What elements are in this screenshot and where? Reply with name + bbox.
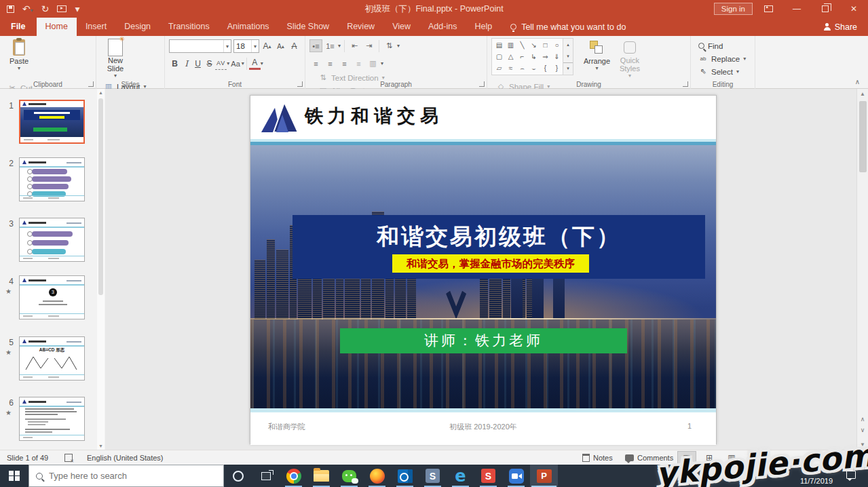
tab-home[interactable]: Home — [37, 18, 77, 36]
footer-course[interactable]: 初级班 2019-2020年 — [250, 422, 716, 432]
tell-me-box[interactable]: Tell me what you want to do — [510, 18, 626, 36]
clipboard-dialog-launcher[interactable] — [88, 81, 94, 87]
slide-brand-text[interactable]: 铁力和谐交易 — [305, 104, 443, 128]
character-spacing-button[interactable]: AV — [215, 57, 227, 70]
font-size-combo[interactable]: ▾ — [233, 39, 259, 53]
slide-thumbnail-4[interactable]: 3 — [19, 275, 85, 319]
quick-styles-button[interactable]: Quick Styles ▾ — [615, 38, 645, 79]
slide-editing-canvas[interactable]: 铁力和谐交易 — [105, 89, 856, 450]
shape-cell[interactable]: } — [551, 62, 563, 74]
ribbon-display-options-button[interactable] — [754, 0, 782, 18]
shape-cell[interactable]: ╲ — [516, 39, 528, 51]
strikethrough-button[interactable]: S — [204, 57, 215, 70]
title-box[interactable]: 和谐交易初级班（下） 和谐交易，掌握金融市场的完美秩序 — [293, 215, 705, 279]
slide-1-canvas[interactable]: 铁力和谐交易 — [250, 95, 717, 444]
shape-cell[interactable]: ≈ — [505, 62, 516, 74]
tab-add-ins[interactable]: Add-ins — [419, 18, 466, 36]
start-button[interactable] — [0, 465, 29, 487]
italic-button[interactable]: I — [181, 57, 192, 70]
arrange-button[interactable]: Arrange ▾ — [582, 38, 611, 79]
collapse-ribbon-icon[interactable]: ∧ — [855, 78, 860, 85]
select-button[interactable]: ⇖ Select ▾ — [696, 65, 748, 78]
taskbar-video-app[interactable] — [502, 465, 530, 487]
slide-thumbnail-6[interactable] — [19, 397, 85, 441]
shape-cell[interactable]: { — [540, 62, 551, 74]
tab-insert[interactable]: Insert — [77, 18, 115, 36]
start-from-beginning-icon[interactable] — [57, 5, 67, 12]
slide-thumbnail-5[interactable]: AB=CD 形态 — [19, 336, 85, 381]
redo-icon[interactable]: ↻ — [41, 4, 50, 14]
new-slide-button[interactable]: New Slide ▾ — [100, 38, 130, 79]
tab-animations[interactable]: Animations — [219, 18, 278, 36]
slide-thumbnail-1[interactable] — [19, 100, 85, 144]
tab-help[interactable]: Help — [466, 18, 501, 36]
slide-thumbnail-2[interactable] — [19, 157, 85, 201]
next-slide-icon[interactable]: ∨ — [857, 427, 868, 433]
slide-title[interactable]: 和谐交易初级班（下） — [293, 222, 705, 252]
line-spacing-button[interactable]: ⇅ — [383, 39, 396, 52]
shape-cell[interactable]: ▥ — [505, 39, 516, 51]
shape-cell[interactable]: ○ — [551, 39, 563, 51]
shape-cell[interactable]: ▢ — [493, 51, 505, 62]
increase-indent-button[interactable]: ⇥ — [362, 39, 375, 52]
decrease-indent-button[interactable]: ⇤ — [348, 39, 361, 52]
thumb-scroll-up-icon[interactable]: ▲ — [97, 90, 105, 95]
restore-button[interactable] — [811, 0, 839, 18]
shapes-more-icon[interactable]: ▾ — [563, 62, 573, 75]
footer-page-number[interactable]: 1 — [687, 422, 692, 430]
shape-cell[interactable]: ⇒ — [540, 51, 551, 62]
paragraph-dialog-launcher[interactable] — [479, 81, 485, 87]
align-left-button[interactable]: ≡ — [309, 57, 322, 70]
minimize-button[interactable]: — — [782, 0, 811, 18]
notes-button[interactable]: Notes — [582, 450, 613, 465]
language-button[interactable]: English (United States) — [87, 450, 164, 465]
slide-counter[interactable]: Slide 1 of 49 — [7, 450, 48, 465]
taskbar-file-explorer[interactable] — [307, 465, 335, 487]
sign-in-button[interactable]: Sign in — [714, 3, 753, 15]
shapes-scroll-up-icon[interactable]: ▴ — [563, 39, 573, 51]
taskbar-search[interactable] — [29, 465, 224, 487]
underline-button[interactable]: U — [192, 57, 204, 70]
scroll-up-icon[interactable]: ▲ — [857, 91, 868, 97]
taskbar-wechat[interactable] — [335, 465, 363, 487]
font-name-combo[interactable]: ▾ — [169, 39, 231, 53]
shape-cell[interactable]: ↘ — [528, 39, 540, 51]
paste-button[interactable]: Paste ▾ — [4, 38, 34, 79]
numbering-button[interactable]: 1≡ — [324, 39, 337, 52]
tab-view[interactable]: View — [383, 18, 419, 36]
font-name-input[interactable] — [170, 41, 223, 52]
shape-cell[interactable]: ↳ — [528, 51, 540, 62]
tab-file[interactable]: File — [0, 18, 37, 36]
font-color-button[interactable]: A — [249, 57, 261, 70]
font-dialog-launcher[interactable] — [297, 81, 303, 87]
columns-button[interactable]: ▥ — [366, 57, 379, 70]
search-input[interactable] — [49, 471, 216, 481]
taskbar-edge[interactable]: e — [447, 465, 474, 487]
shape-cell[interactable]: □ — [540, 39, 551, 51]
slide-subtitle[interactable]: 和谐交易，掌握金融市场的完美秩序 — [392, 254, 589, 273]
taskbar-firefox[interactable] — [363, 465, 391, 487]
save-icon[interactable] — [7, 5, 14, 13]
clear-formatting-button[interactable]: A — [288, 40, 300, 53]
bullets-button[interactable]: •≡ — [309, 39, 322, 52]
shape-cell[interactable]: ⌣ — [528, 62, 540, 74]
task-view-button[interactable] — [252, 465, 280, 487]
increase-font-size-button[interactable]: A▴ — [261, 40, 273, 53]
spell-check-button[interactable] — [64, 450, 73, 465]
shape-cell[interactable]: ▱ — [493, 62, 505, 74]
tab-review[interactable]: Review — [338, 18, 383, 36]
taskbar-app-s-red[interactable]: S — [474, 465, 502, 487]
share-button[interactable]: Share — [818, 18, 863, 36]
thumb-scrollbar-thumb[interactable] — [98, 98, 103, 295]
taskbar-chrome[interactable] — [280, 465, 307, 487]
scrollbar-thumb[interactable] — [859, 101, 867, 172]
customize-qat-icon[interactable]: ▾ — [75, 4, 79, 14]
shape-cell[interactable]: △ — [505, 51, 516, 62]
thumb-scroll-down-icon[interactable]: ▼ — [97, 444, 105, 448]
cortana-button[interactable] — [224, 465, 252, 487]
undo-icon[interactable]: ↶▾ — [22, 4, 33, 14]
tab-slide-show[interactable]: Slide Show — [278, 18, 339, 36]
shape-cell[interactable]: ▤ — [493, 39, 505, 51]
previous-slide-icon[interactable]: ∧ — [857, 416, 868, 423]
drawing-dialog-launcher[interactable] — [683, 81, 688, 87]
